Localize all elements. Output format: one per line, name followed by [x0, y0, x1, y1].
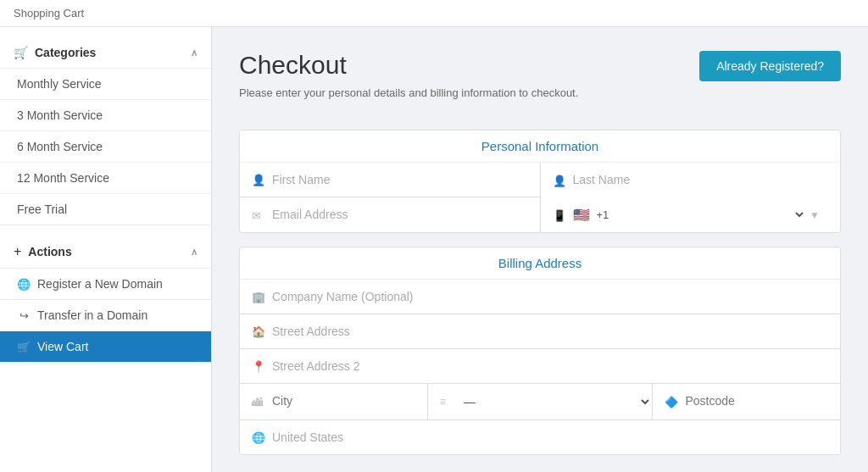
topbar-label: Shopping Cart — [14, 7, 84, 19]
first-name-input[interactable] — [240, 163, 540, 197]
plus-icon: + — [14, 244, 21, 259]
sidebar-item-monthly-label: Monthly Service — [17, 77, 102, 91]
flag-icon: 🇺🇸 — [573, 207, 590, 223]
company-input[interactable] — [240, 280, 840, 314]
sidebar-item-3month[interactable]: 3 Month Service — [0, 100, 211, 131]
street-field: 🏠 — [240, 314, 840, 349]
city-state-row: 🏙 ≡ — 🔷 — [240, 384, 840, 420]
street-input[interactable] — [240, 314, 840, 348]
contact-row: ✉ 📱 🇺🇸 +1 +44 +61 ▼ — [240, 197, 840, 232]
personal-info-title: Personal Information — [240, 130, 840, 163]
sidebar-item-transfer-label: Transfer in a Domain — [37, 308, 147, 322]
page-header: Checkout Please enter your personal deta… — [239, 51, 578, 116]
sidebar: 🛒 Categories ∧ Monthly Service 3 Month S… — [0, 27, 212, 472]
sidebar-item-3month-label: 3 Month Service — [17, 108, 103, 122]
categories-section: 🛒 Categories ∧ Monthly Service 3 Month S… — [0, 37, 211, 225]
postcode-input[interactable] — [653, 384, 840, 418]
email-input[interactable] — [240, 197, 540, 231]
billing-address-title: Billing Address — [240, 247, 840, 280]
cart-icon: 🛒 — [14, 46, 28, 59]
state-field: ≡ — — [428, 384, 654, 419]
sidebar-item-monthly[interactable]: Monthly Service — [0, 69, 211, 100]
actions-chevron: ∧ — [191, 247, 198, 258]
phone-field: 📱 🇺🇸 +1 +44 +61 ▼ — [541, 197, 841, 232]
state-select[interactable]: — — [428, 384, 653, 419]
sidebar-item-6month-label: 6 Month Service — [17, 140, 103, 153]
email-field: ✉ — [240, 197, 541, 232]
globe-icon: 🌐 — [17, 278, 31, 291]
country-input[interactable] — [240, 420, 840, 454]
name-row: 👤 👤 — [240, 163, 840, 197]
main-content: Checkout Please enter your personal deta… — [212, 27, 868, 472]
last-name-input[interactable] — [541, 163, 841, 197]
sidebar-item-freetrial-label: Free Trial — [17, 203, 67, 216]
city-field: 🏙 — [240, 384, 428, 419]
page-subtitle: Please enter your personal details and b… — [239, 86, 578, 99]
postcode-field: 🔷 — [653, 384, 840, 419]
already-registered-button[interactable]: Already Registered? — [699, 51, 841, 81]
first-name-field: 👤 — [240, 163, 541, 197]
divider: ▼ — [810, 209, 820, 221]
sidebar-item-view-cart[interactable]: 🛒 View Cart — [0, 331, 211, 363]
billing-address-section: Billing Address 🏢 🏠 📍 🏙 — [239, 247, 841, 455]
page-title: Checkout — [239, 51, 578, 80]
viewcart-icon: 🛒 — [17, 341, 31, 353]
transfer-icon: ↪ — [17, 309, 31, 322]
categories-label: Categories — [35, 46, 96, 59]
street2-field: 📍 — [240, 349, 840, 384]
phone-input[interactable] — [823, 198, 840, 232]
last-name-field: 👤 — [541, 163, 841, 197]
sidebar-item-freetrial[interactable]: Free Trial — [0, 194, 211, 225]
company-field: 🏢 — [240, 280, 840, 314]
actions-header[interactable]: + Actions ∧ — [0, 236, 211, 269]
country-field: 🌐 — [240, 420, 840, 454]
actions-items: 🌐 Register a New Domain ↪ Transfer in a … — [0, 269, 211, 363]
categories-chevron: ∧ — [191, 47, 198, 58]
sidebar-item-12month-label: 12 Month Service — [17, 171, 109, 185]
sidebar-item-viewcart-label: View Cart — [37, 340, 88, 353]
topbar: Shopping Cart — [0, 0, 868, 27]
personal-info-section: Personal Information 👤 👤 ✉ — [239, 130, 841, 233]
actions-section: + Actions ∧ 🌐 Register a New Domain ↪ Tr… — [0, 236, 211, 363]
actions-label: Actions — [28, 245, 71, 258]
sidebar-item-register-domain[interactable]: 🌐 Register a New Domain — [0, 269, 211, 300]
sidebar-item-12month[interactable]: 12 Month Service — [0, 163, 211, 194]
street2-input[interactable] — [240, 349, 840, 383]
country-code-select[interactable]: +1 +44 +61 — [592, 197, 807, 232]
city-input[interactable] — [240, 384, 427, 418]
categories-header[interactable]: 🛒 Categories ∧ — [0, 37, 211, 69]
phone-prefix-wrap: 🇺🇸 +1 +44 +61 ▼ — [541, 197, 841, 232]
top-row: Checkout Please enter your personal deta… — [239, 51, 841, 116]
sidebar-item-transfer-domain[interactable]: ↪ Transfer in a Domain — [0, 300, 211, 331]
sidebar-item-6month[interactable]: 6 Month Service — [0, 131, 211, 163]
sidebar-item-register-label: Register a New Domain — [37, 277, 163, 291]
categories-items: Monthly Service 3 Month Service 6 Month … — [0, 69, 211, 225]
